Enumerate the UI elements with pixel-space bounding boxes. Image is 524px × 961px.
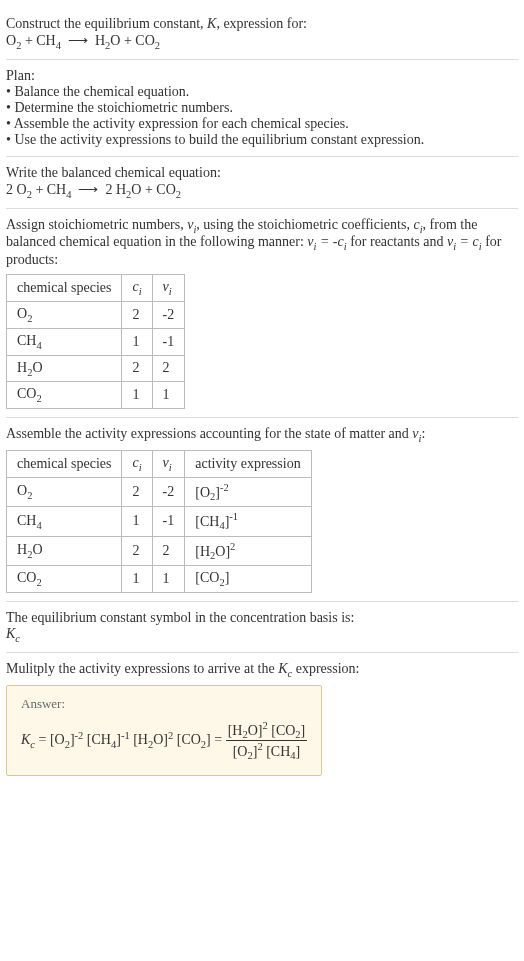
fraction: [H2O]2 [CO2] [O2]2 [CH4] [226, 720, 308, 762]
answer-label: Answer: [21, 696, 307, 712]
table-header-row: chemical species ci νi [7, 275, 185, 302]
vi-cell: -2 [152, 301, 185, 328]
ci-cell: 1 [122, 566, 152, 593]
stoich-section: Assign stoichiometric numbers, νi, using… [6, 209, 518, 419]
balanced-equation: 2 O2 + CH4 ⟶ 2 H2O + CO2 [6, 181, 518, 200]
ci-cell: 2 [122, 536, 152, 565]
stoich-table: chemical species ci νi O2 2 -2 CH4 1 -1 … [6, 274, 185, 409]
konst-line: The equilibrium constant symbol in the c… [6, 610, 518, 626]
activity-cell: [CO2] [185, 566, 311, 593]
table-row: H2O 2 2 [7, 355, 185, 382]
activity-cell: [CH4]-1 [185, 507, 311, 536]
stoich-paragraph: Assign stoichiometric numbers, νi, using… [6, 217, 518, 269]
vi-cell: 1 [152, 382, 185, 409]
ci-cell: 1 [122, 328, 152, 355]
species-cell: CO2 [7, 566, 122, 593]
table-row: CO2 1 1 [CO2] [7, 566, 312, 593]
activity-line-a: Assemble the activity expressions accoun… [6, 426, 412, 441]
c-i-symbol: ci [413, 217, 422, 232]
species-cell: CO2 [7, 382, 122, 409]
balance-line: Write the balanced chemical equation: [6, 165, 518, 181]
ci-cell: 1 [122, 507, 152, 536]
table-row: CO2 1 1 [7, 382, 185, 409]
nu-eq-c: νi = ci [447, 234, 482, 249]
activity-line: Assemble the activity expressions accoun… [6, 426, 518, 444]
table-row: O2 2 -2 [7, 301, 185, 328]
plan-bullet-3: • Assemble the activity expression for e… [6, 116, 518, 132]
unbalanced-equation: O2 + CH4 ⟶ H2O + CO2 [6, 32, 518, 51]
activity-line-b: : [421, 426, 425, 441]
table-row: CH4 1 -1 [7, 328, 185, 355]
stoich-p-d: for reactants and [347, 234, 447, 249]
species-cell: H2O [7, 355, 122, 382]
konst-section: The equilibrium constant symbol in the c… [6, 602, 518, 653]
col-vi: νi [152, 275, 185, 302]
answer-equation: Kc = [O2]-2 [CH4]-1 [H2O]2 [CO2] = [H2O]… [21, 712, 307, 762]
mult-b: expression: [292, 661, 359, 676]
stoich-p-a: Assign stoichiometric numbers, [6, 217, 187, 232]
species-cell: O2 [7, 477, 122, 506]
vi-cell: 2 [152, 536, 185, 565]
multiply-line: Mulitply the activity expressions to arr… [6, 661, 518, 679]
plan-bullet-2: • Determine the stoichiometric numbers. [6, 100, 518, 116]
answer-box: Answer: Kc = [O2]-2 [CH4]-1 [H2O]2 [CO2]… [6, 685, 322, 777]
vi-cell: -1 [152, 507, 185, 536]
col-species: chemical species [7, 450, 122, 477]
species-cell: O2 [7, 301, 122, 328]
species-cell: CH4 [7, 328, 122, 355]
intro-line: Construct the equilibrium constant, K, e… [6, 16, 518, 32]
stoich-p-b: , using the stoichiometric coefficients, [196, 217, 413, 232]
intro-section: Construct the equilibrium constant, K, e… [6, 8, 518, 60]
table-row: H2O 2 2 [H2O]2 [7, 536, 312, 565]
species-cell: CH4 [7, 507, 122, 536]
species-cell: H2O [7, 536, 122, 565]
ci-cell: 2 [122, 477, 152, 506]
kc-symbol: Kc [6, 626, 518, 644]
intro-text-b: , expression for: [216, 16, 307, 31]
intro-text-a: Construct the equilibrium constant, [6, 16, 207, 31]
activity-cell: [O2]-2 [185, 477, 311, 506]
ci-cell: 1 [122, 382, 152, 409]
table-row: CH4 1 -1 [CH4]-1 [7, 507, 312, 536]
plan-bullet-1: • Balance the chemical equation. [6, 84, 518, 100]
plan-section: Plan: • Balance the chemical equation. •… [6, 60, 518, 157]
col-ci: ci [122, 275, 152, 302]
plan-bullet-4: • Use the activity expressions to build … [6, 132, 518, 148]
col-ci: ci [122, 450, 152, 477]
vi-cell: 1 [152, 566, 185, 593]
vi-cell: -2 [152, 477, 185, 506]
fraction-numerator: [H2O]2 [CO2] [226, 720, 308, 741]
balance-section: Write the balanced chemical equation: 2 … [6, 157, 518, 209]
activity-cell: [H2O]2 [185, 536, 311, 565]
activity-section: Assemble the activity expressions accoun… [6, 418, 518, 602]
intro-k: K [207, 16, 216, 31]
mult-a: Mulitply the activity expressions to arr… [6, 661, 278, 676]
kc-inline: Kc [278, 661, 292, 676]
multiply-section: Mulitply the activity expressions to arr… [6, 653, 518, 785]
plan-title: Plan: [6, 68, 518, 84]
col-species: chemical species [7, 275, 122, 302]
col-activity: activity expression [185, 450, 311, 477]
vi-cell: -1 [152, 328, 185, 355]
col-vi: νi [152, 450, 185, 477]
nu-eq-neg-c: νi = -ci [307, 234, 346, 249]
nu-i-symbol: νi [187, 217, 196, 232]
activity-table: chemical species ci νi activity expressi… [6, 450, 312, 593]
fraction-denominator: [O2]2 [CH4] [226, 741, 308, 761]
ci-cell: 2 [122, 301, 152, 328]
table-header-row: chemical species ci νi activity expressi… [7, 450, 312, 477]
ci-cell: 2 [122, 355, 152, 382]
table-row: O2 2 -2 [O2]-2 [7, 477, 312, 506]
vi-cell: 2 [152, 355, 185, 382]
